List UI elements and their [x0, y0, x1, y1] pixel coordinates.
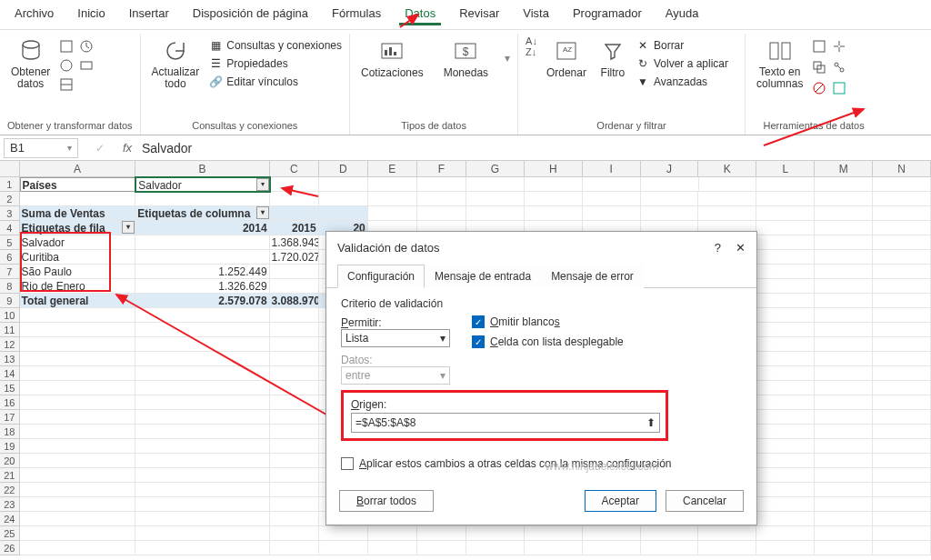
tab-mensaje-error[interactable]: Mensaje de error	[541, 265, 644, 288]
col-G[interactable]: G	[466, 161, 525, 176]
actualizar-todo-label: Actualizar todo	[152, 66, 200, 90]
from-table-icon[interactable]	[59, 77, 74, 95]
aplicar-checkbox[interactable]: Aplicar estos cambios a otras celdas con…	[341, 457, 742, 470]
recent-icon[interactable]	[79, 39, 94, 56]
editar-vinculos-button[interactable]: 🔗Editar vínculos	[208, 74, 342, 90]
menu-inicio[interactable]: Inicio	[72, 4, 110, 25]
aceptar-button[interactable]: Aceptar	[585, 490, 656, 512]
sort-za-icon[interactable]: Z↓	[526, 46, 537, 57]
ordenar-button[interactable]: AZ Ordenar	[543, 35, 590, 81]
tab-mensaje-entrada[interactable]: Mensaje de entrada	[425, 265, 541, 288]
col-I[interactable]: I	[583, 161, 641, 176]
origen-input[interactable]: =$A$5:$A$8 ⬆	[351, 413, 660, 433]
from-text-icon[interactable]	[59, 39, 74, 56]
remove-dup-icon[interactable]	[812, 60, 826, 77]
cell-C4[interactable]: 2015	[270, 221, 319, 235]
reaplicar-button[interactable]: ↻Volver a aplicar	[636, 55, 728, 72]
cell-A3[interactable]: Suma de Ventas	[20, 206, 136, 221]
cell-A6[interactable]: Curitiba	[20, 250, 136, 265]
borrar-todos-button[interactable]: Borrar todos	[339, 490, 434, 512]
menu-disposicion[interactable]: Disposición de página	[187, 4, 314, 25]
menu-vista[interactable]: Vista	[517, 4, 555, 25]
menu-insertar[interactable]: Insertar	[124, 4, 175, 25]
ribbon-group-obtener-label: Obtener y transformar datos	[7, 118, 133, 135]
filter-arrow-icon[interactable]: ▾	[256, 206, 269, 219]
dialog-tabs: Configuración Mensaje de entrada Mensaje…	[326, 264, 756, 288]
filter-arrow-icon[interactable]: ▾	[122, 221, 135, 234]
menu-programador[interactable]: Programador	[567, 4, 647, 25]
consolidate-icon[interactable]	[832, 39, 846, 56]
data-model-icon[interactable]	[832, 81, 846, 98]
filtro-button[interactable]: Filtro	[596, 35, 630, 81]
help-icon[interactable]: ?	[715, 241, 721, 255]
cell-C1[interactable]	[270, 177, 319, 192]
ribbon-group-consultas: Actualizar todo ▦Consultas y conexiones …	[141, 34, 350, 135]
close-icon[interactable]: ✕	[736, 241, 746, 255]
celda-desplegable-checkbox[interactable]: ✓Celda con lista desplegable	[472, 335, 624, 348]
ribbon-group-tipos: Cotizaciones $ Monedas ▾ Tipos de datos	[350, 34, 518, 135]
data-validation-dialog: Validación de datos ? ✕ Configuración Me…	[325, 231, 757, 525]
cell-B4[interactable]: 2014	[135, 221, 269, 235]
cell-A1[interactable]: Países	[20, 177, 136, 192]
flash-fill-icon[interactable]	[812, 39, 826, 56]
col-D[interactable]: D	[319, 161, 368, 176]
cotizaciones-button[interactable]: Cotizaciones	[357, 35, 427, 81]
menu-archivo[interactable]: Archivo	[9, 4, 59, 25]
col-A[interactable]: A	[20, 161, 136, 176]
col-K[interactable]: K	[698, 161, 756, 176]
datos-select: entre▾	[341, 366, 450, 385]
cell-A5[interactable]: Salvador	[20, 235, 136, 250]
menu-datos[interactable]: Datos	[399, 4, 441, 25]
col-B[interactable]: B	[135, 161, 269, 176]
dropdown-arrow-icon[interactable]: ▾	[256, 178, 269, 191]
fx-icon[interactable]: fx	[118, 141, 136, 155]
cell-A4[interactable]: Etiquetas de fila▾	[20, 221, 136, 235]
texto-columnas-button[interactable]: Texto en columnas	[753, 35, 806, 92]
col-H[interactable]: H	[525, 161, 583, 176]
permitir-select[interactable]: Lista▾	[341, 329, 450, 347]
propiedades-button[interactable]: ☰Propiedades	[208, 55, 342, 72]
existing-icon[interactable]	[79, 58, 94, 75]
watermark: www.ninjadelexcel.com	[546, 460, 658, 473]
filter-icon	[599, 37, 626, 65]
col-E[interactable]: E	[368, 161, 417, 176]
formula-input[interactable]: Salvador	[136, 141, 931, 155]
svg-text:AZ: AZ	[563, 45, 572, 54]
col-F[interactable]: F	[417, 161, 466, 176]
relationships-icon[interactable]	[832, 60, 846, 77]
svg-rect-9	[389, 47, 392, 55]
ribbon-group-ordenar: A↓ Z↓ AZ Ordenar Filtro ✕Borrar ↻Volver …	[518, 34, 746, 135]
actualizar-todo-button[interactable]: Actualizar todo	[148, 35, 204, 92]
menu-formulas[interactable]: Fórmulas	[326, 4, 386, 25]
monedas-button[interactable]: $ Monedas	[440, 35, 492, 81]
datos-label: Datos:	[341, 354, 450, 366]
avanzadas-button[interactable]: ▼Avanzadas	[636, 74, 728, 90]
menu-revisar[interactable]: Revisar	[454, 4, 505, 25]
from-web-icon[interactable]	[59, 58, 74, 75]
col-N[interactable]: N	[873, 161, 931, 176]
cell-A8[interactable]: Rio de Enero	[20, 279, 136, 294]
borrar-filtro-button[interactable]: ✕Borrar	[636, 37, 728, 54]
column-headers: A B C D E F G H I J K L M N	[0, 161, 931, 177]
cell-B3[interactable]: Etiquetas de columna▾	[135, 206, 269, 221]
data-validation-icon[interactable]	[812, 81, 826, 98]
col-J[interactable]: J	[641, 161, 699, 176]
cancelar-button[interactable]: Cancelar	[666, 490, 744, 512]
ribbon-group-herramientas-label: Herramientas de datos	[753, 118, 875, 135]
omitir-blancos-checkbox[interactable]: ✓Omitir blancos	[472, 315, 624, 328]
col-M[interactable]: M	[815, 161, 873, 176]
consultas-conexiones-button[interactable]: ▦Consultas y conexiones	[208, 37, 342, 54]
col-L[interactable]: L	[756, 161, 815, 176]
tab-configuracion[interactable]: Configuración	[337, 265, 425, 288]
menu-ayuda[interactable]: Ayuda	[660, 4, 705, 25]
cell-B1[interactable]: Salvador▾	[135, 177, 269, 192]
cell-A7[interactable]: São Paulo	[20, 265, 136, 279]
obtener-datos-button[interactable]: Obtener datos	[7, 35, 54, 92]
name-box[interactable]: B1 ▾	[4, 138, 78, 158]
criterio-label: Criterio de validación	[341, 297, 742, 310]
col-C[interactable]: C	[270, 161, 319, 176]
menu-bar: Archivo Inicio Insertar Disposición de p…	[0, 0, 931, 30]
cell-A9[interactable]: Total general	[20, 294, 136, 308]
sort-az-icon[interactable]: A↓	[526, 35, 537, 46]
range-select-icon[interactable]: ⬆	[646, 416, 656, 429]
